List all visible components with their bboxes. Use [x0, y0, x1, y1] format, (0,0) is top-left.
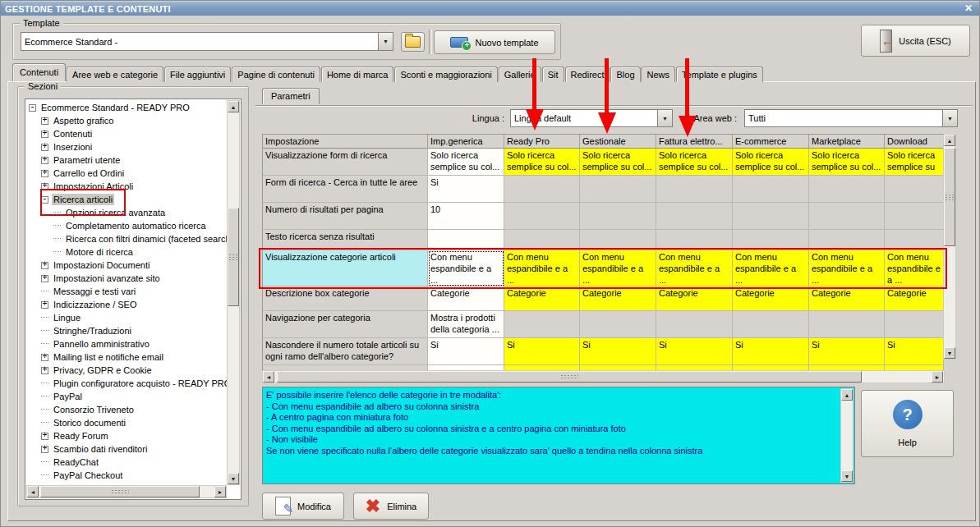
scroll-left-icon[interactable]: ◄ — [263, 371, 274, 383]
table-hscroll-thumb[interactable] — [277, 371, 862, 383]
dialog-window: GESTIONE TEMPLATE E CONTENUTI ✕ Template… — [0, 0, 980, 527]
scroll-down-icon[interactable]: ▼ — [841, 470, 853, 482]
area-value-cell-e-commerce[interactable]: Si — [733, 338, 809, 365]
area-value-cell-gestionale[interactable]: Si — [580, 338, 656, 365]
tab-aree-web-e-categorie[interactable]: Aree web e categorie — [67, 66, 163, 82]
area-value-cell-fattura-elettro[interactable] — [656, 311, 733, 338]
table-vscroll-thumb[interactable] — [944, 148, 955, 246]
info-vscrollbar[interactable]: ▲ ▼ — [840, 388, 853, 483]
template-combobox[interactable]: Ecommerce Standard - ▼ — [21, 32, 393, 51]
column-header-imp-generica[interactable]: Imp.generica — [428, 135, 504, 149]
divider — [429, 30, 432, 54]
area-value-cell-gestionale[interactable]: Solo ricerca semplice su col... — [580, 149, 656, 176]
area-value-cell-download[interactable] — [885, 311, 944, 338]
area-value-cell-marketplace[interactable] — [809, 203, 885, 230]
area-web-combobox-value: Tutti — [745, 113, 942, 123]
tab-home-di-marca[interactable]: Home di marca — [321, 66, 394, 82]
generic-value-cell[interactable]: Si — [428, 338, 504, 365]
area-value-cell-download[interactable]: Solo ricerca semplice su col... — [885, 149, 944, 176]
scroll-down-icon[interactable]: ▼ — [944, 347, 955, 359]
area-value-cell-ready-pro[interactable]: Solo ricerca semplice su col... — [504, 149, 580, 176]
area-web-combobox[interactable]: Tutti ▼ — [744, 109, 958, 127]
area-value-cell-e-commerce[interactable]: Categorie — [733, 286, 809, 311]
area-value-cell-marketplace[interactable]: Solo ricerca semplice su col... — [809, 149, 885, 176]
area-value-cell-gestionale[interactable] — [580, 203, 656, 230]
description-line: - A centro pagina con miniatura foto — [266, 412, 838, 424]
area-value-cell-marketplace[interactable]: Categorie — [809, 286, 885, 311]
table-row-nascondere-il-numero-totale-articoli-su-ogni-ramo-dell-albero-categorie: Nascondere il numero totale articoli su … — [263, 338, 944, 365]
annotation-arrow-ready-pro — [526, 58, 544, 131]
setting-name-cell[interactable]: Form di ricerca - Cerca in tutte le aree — [263, 176, 428, 203]
area-value-cell-download[interactable] — [885, 176, 944, 203]
title-bar: GESTIONE TEMPLATE E CONTENUTI ✕ — [1, 1, 979, 16]
area-value-cell-ready-pro[interactable]: Si — [504, 338, 580, 365]
area-value-cell-e-commerce[interactable] — [733, 311, 809, 338]
column-header-marketplace[interactable]: Marketplace — [809, 135, 885, 149]
chevron-down-icon[interactable]: ▼ — [942, 110, 957, 126]
setting-name-cell[interactable]: Navigazione per categoria — [263, 311, 428, 338]
tab-sconti-e-maggiorazioni[interactable]: Sconti e maggiorazioni — [394, 66, 497, 82]
area-value-cell-ready-pro[interactable] — [504, 203, 580, 230]
chevron-down-icon[interactable]: ▼ — [378, 33, 393, 50]
generic-value-cell[interactable]: Categorie — [428, 286, 504, 311]
column-header-impostazione[interactable]: Impostazione — [263, 135, 428, 149]
main-tabstrip: ContenutiAree web e categorieFile aggiun… — [12, 64, 764, 82]
area-value-cell-download[interactable] — [885, 203, 944, 230]
area-value-cell-e-commerce[interactable] — [733, 176, 809, 203]
area-value-cell-download[interactable]: Categorie — [885, 286, 944, 311]
column-header-gestionale[interactable]: Gestionale — [580, 135, 656, 149]
close-icon[interactable]: ✕ — [962, 2, 975, 14]
description-box: E' possibile inserire l'elenco delle cat… — [262, 387, 855, 484]
scroll-right-icon[interactable]: ► — [932, 371, 943, 383]
scroll-up-icon[interactable]: ▲ — [944, 135, 955, 146]
area-value-cell-ready-pro[interactable] — [504, 176, 580, 203]
area-value-cell-fattura-elettro[interactable]: Solo ricerca semplice su col... — [656, 149, 733, 176]
window-title: GESTIONE TEMPLATE E CONTENUTI — [1, 4, 171, 14]
area-value-cell-fattura-elettro[interactable] — [656, 203, 733, 230]
column-header-ready-pro[interactable]: Ready Pro — [504, 135, 580, 149]
tab-parametri[interactable]: Parametri — [262, 88, 320, 104]
annotation-rect-tree-item — [40, 189, 126, 216]
area-value-cell-ready-pro[interactable]: Categorie — [504, 286, 580, 311]
area-value-cell-marketplace[interactable] — [809, 176, 885, 203]
tab-sit[interactable]: Sit — [542, 66, 564, 82]
generic-value-cell[interactable]: Mostra i prodotti della categoria ... — [428, 311, 504, 338]
tab-contenuti[interactable]: Contenuti — [12, 63, 66, 81]
annotation-arrow-fattura — [679, 58, 697, 137]
chevron-down-icon[interactable]: ▼ — [657, 110, 672, 126]
generic-value-cell[interactable]: Si — [428, 176, 504, 203]
setting-name-cell[interactable]: Descrizione box categorie — [263, 286, 428, 311]
table-vscrollbar[interactable]: ▲ ▼ — [943, 134, 956, 360]
area-value-cell-download[interactable]: Si — [885, 338, 944, 365]
column-header-download[interactable]: Download — [885, 135, 944, 149]
generic-value-cell[interactable]: Solo ricerca semplice su col... — [428, 149, 504, 176]
template-groupbox-label: Template — [20, 18, 63, 28]
area-value-cell-gestionale[interactable] — [580, 311, 656, 338]
tab-file-aggiuntivi[interactable]: File aggiuntivi — [164, 66, 231, 82]
new-template-button[interactable]: Nuovo template — [434, 30, 555, 54]
area-value-cell-marketplace[interactable]: Si — [809, 338, 885, 365]
description-line: - Con menu espandibile ad albero su colo… — [266, 424, 838, 435]
table-hscrollbar[interactable]: ◄ ► — [262, 370, 945, 383]
area-value-cell-ready-pro[interactable] — [504, 311, 580, 338]
area-value-cell-marketplace[interactable] — [809, 311, 885, 338]
area-value-cell-gestionale[interactable] — [580, 176, 656, 203]
tab-news[interactable]: News — [642, 66, 676, 82]
table-row-descrizione-box-categorie: Descrizione box categorieCategorieCatego… — [263, 286, 944, 311]
area-value-cell-e-commerce[interactable]: Solo ricerca semplice su col... — [733, 149, 809, 176]
area-value-cell-gestionale[interactable]: Categorie — [580, 286, 656, 311]
column-header-e-commerce[interactable]: E-commerce — [733, 135, 809, 149]
area-value-cell-fattura-elettro[interactable]: Si — [656, 338, 733, 365]
area-value-cell-e-commerce[interactable] — [733, 203, 809, 230]
tab-pagine-di-contenuti[interactable]: Pagine di contenuti — [232, 66, 320, 82]
open-folder-button[interactable] — [401, 32, 425, 52]
scroll-up-icon[interactable]: ▲ — [841, 389, 853, 401]
exit-button[interactable]: Uscita (ESC) — [861, 25, 970, 57]
setting-name-cell[interactable]: Nascondere il numero totale articoli su … — [263, 338, 428, 365]
setting-name-cell[interactable]: Numero di risultati per pagina — [263, 203, 428, 230]
setting-name-cell[interactable]: Visualizzazione form di ricerca — [263, 149, 428, 176]
area-value-cell-fattura-elettro[interactable]: Categorie — [656, 286, 733, 311]
generic-value-cell[interactable]: 10 — [428, 203, 504, 230]
description-line: Se non viene specificato nulla l'albero … — [266, 446, 838, 457]
area-value-cell-fattura-elettro[interactable] — [656, 176, 733, 203]
